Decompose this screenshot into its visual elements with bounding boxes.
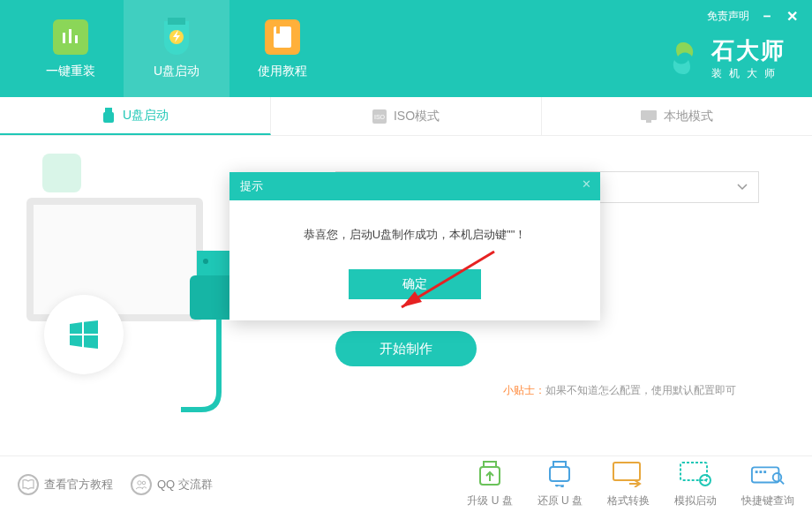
chevron-down-icon [737,184,748,191]
window-controls: 免责声明 － ✕ [707,7,799,26]
svg-rect-3 [168,18,185,25]
svg-rect-28 [759,471,762,473]
svg-text:ISO: ISO [374,114,386,120]
modal-message: 恭喜您，启动U盘制作成功，本机启动键""！ [229,200,600,260]
minimize-button[interactable]: － [760,7,774,26]
book-icon [18,474,39,495]
modal-title: 提示 [240,178,263,194]
action-restore-usb[interactable]: 还原 U 盘 [538,460,583,508]
action-label: 快捷键查询 [741,493,794,508]
simulate-boot-icon [678,460,713,488]
footer-link-label: 查看官方教程 [44,477,113,493]
disclaimer-link[interactable]: 免责声明 [707,9,749,24]
header: 一键重装 U盘启动 使用教程 免责声明 － ✕ 石大师 装机大师 [0,0,812,97]
svg-line-31 [780,481,784,485]
windows-badge-icon [42,154,81,192]
sub-tab-local[interactable]: 本地模式 [542,97,812,135]
svg-rect-8 [103,112,114,123]
modal-ok-button[interactable]: 确定 [349,269,481,299]
svg-point-18 [142,481,146,485]
svg-rect-23 [613,463,640,480]
svg-rect-22 [550,467,569,481]
svg-rect-2 [75,35,78,43]
action-label: 模拟启动 [674,493,717,508]
monitor-illustration [26,198,203,321]
brand-logo-icon [664,39,703,78]
svg-rect-1 [69,29,71,43]
action-format-convert[interactable]: 格式转换 [607,460,650,508]
reinstall-icon [51,18,90,56]
modal-header: 提示 ✕ [229,172,600,200]
action-upgrade-usb[interactable]: 升级 U 盘 [467,460,512,508]
svg-rect-0 [63,33,65,43]
official-tutorial-link[interactable]: 查看官方教程 [18,474,113,495]
usb-shield-icon [157,18,196,56]
svg-rect-12 [646,120,651,123]
svg-rect-27 [756,471,758,473]
svg-rect-11 [641,110,657,120]
windows-circle-icon [44,295,124,374]
nav-tab-usb-boot[interactable]: U盘启动 [124,0,229,97]
nav-tab-reinstall[interactable]: 一键重装 [18,0,124,97]
nav-label: 使用教程 [258,64,307,79]
action-label: 还原 U 盘 [538,493,583,508]
sub-tab-label: 本地模式 [664,109,713,124]
sub-tab-usb[interactable]: U盘启动 [0,97,271,135]
people-icon [131,474,152,495]
close-button[interactable]: ✕ [785,8,799,25]
svg-point-15 [203,259,208,264]
svg-point-17 [138,480,141,484]
qq-group-link[interactable]: QQ 交流群 [131,474,213,495]
svg-rect-29 [763,471,766,473]
nav-tab-tutorial[interactable]: 使用教程 [229,0,335,97]
action-hotkey-lookup[interactable]: 快捷键查询 [741,460,794,508]
brand: 石大师 装机大师 [664,35,786,81]
sub-tab-label: U盘启动 [123,108,169,124]
brand-title: 石大师 [711,35,786,66]
sub-tabs: U盘启动 ISO ISO模式 本地模式 [0,97,812,136]
restore-usb-icon [542,460,577,488]
tutorial-icon [263,18,302,56]
success-modal: 提示 ✕ 恭喜您，启动U盘制作成功，本机启动键""！ 确定 [229,172,600,320]
footer: 查看官方教程 QQ 交流群 升级 U 盘 还原 U 盘 格式转换 模拟启动 快捷 [0,456,812,512]
svg-point-30 [773,473,782,482]
svg-rect-6 [276,26,280,34]
action-label: 格式转换 [607,493,650,508]
action-label: 升级 U 盘 [467,493,512,508]
iso-icon: ISO [372,109,387,124]
nav-label: U盘启动 [154,64,199,79]
nav-tabs: 一键重装 U盘启动 使用教程 [0,0,335,97]
brand-subtitle: 装机大师 [711,66,786,81]
tip-label: 小贴士： [503,384,545,396]
illustration [26,154,256,418]
hotkey-lookup-icon [750,460,786,488]
tip-text: 小贴士：如果不知道怎么配置，使用默认配置即可 [503,383,736,398]
svg-rect-7 [105,108,112,112]
usb-icon [102,108,116,124]
format-convert-icon [611,460,646,488]
action-simulate-boot[interactable]: 模拟启动 [674,460,717,508]
sub-tab-label: ISO模式 [394,109,440,124]
modal-close-button[interactable]: ✕ [582,177,591,191]
start-make-button[interactable]: 开始制作 [335,331,477,366]
upgrade-usb-icon [472,460,508,488]
svg-rect-24 [680,463,707,480]
monitor-icon [641,110,657,123]
footer-link-label: QQ 交流群 [157,477,213,493]
sub-tab-iso[interactable]: ISO ISO模式 [271,97,542,135]
nav-label: 一键重装 [46,64,95,79]
